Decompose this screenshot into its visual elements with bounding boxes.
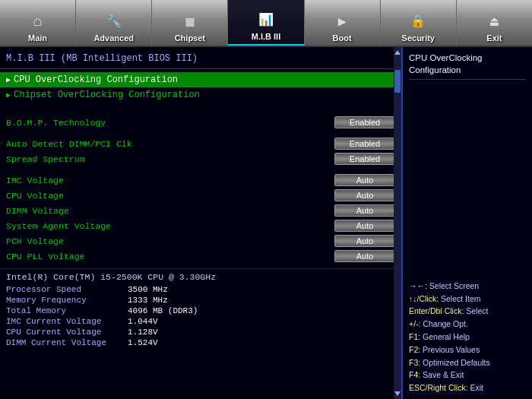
- main-content: M.I.B III (MB Intelligent BIOS III) ▶ CP…: [0, 47, 532, 399]
- help-key-esc: ESC/Right Click: Exit: [409, 382, 526, 394]
- right-panel: CPU OverClockingConfiguration →←: Select…: [403, 47, 532, 399]
- nav-boot[interactable]: Boot: [305, 0, 381, 46]
- info-total-memory-label: Total Memory: [6, 306, 128, 315]
- info-processor-speed-value: 3500 MHz: [128, 285, 168, 294]
- help-title: CPU OverClockingConfiguration: [409, 52, 526, 80]
- info-dimm-current-label: DIMM Current Voltage: [6, 338, 128, 347]
- menu-item-chipset-oc-label: Chipset OverClocking Configuration: [14, 90, 200, 100]
- chip-icon: [179, 11, 201, 32]
- nav-main-label: Main: [28, 33, 47, 43]
- nav-chipset-label: Chipset: [175, 33, 205, 43]
- help-key-f1: F1: General Help: [409, 331, 526, 344]
- nav-mib3-label: M.I.B III: [252, 32, 281, 41]
- nav-security[interactable]: Security: [381, 0, 457, 46]
- menu-item-cpu-oc[interactable]: ▶ CPU OverClocking Configuration: [0, 72, 401, 87]
- setting-dimm-voltage-label: DIMM Voltage: [6, 206, 334, 216]
- menu-item-cpu-oc-label: CPU OverClocking Configuration: [14, 74, 178, 85]
- info-processor-speed-label: Processor Speed: [6, 285, 128, 294]
- setting-dimm-voltage[interactable]: DIMM Voltage Auto: [0, 203, 401, 218]
- info-processor-speed: Processor Speed 3500 MHz: [6, 284, 395, 295]
- setting-spread-label: Spread Spectrum: [6, 154, 334, 164]
- nav-chipset[interactable]: Chipset: [152, 0, 228, 46]
- setting-imc-voltage-value: Auto: [334, 174, 395, 186]
- help-key-select: Enter/Dbl Click: Select: [409, 305, 526, 318]
- info-dimm-current: DIMM Current Voltage 1.524V: [6, 337, 395, 348]
- menu-arrow-1: ▶: [6, 75, 11, 84]
- info-memory-freq: Memory Frequency 1333 MHz: [6, 295, 395, 306]
- setting-cpu-voltage-value: Auto: [334, 189, 395, 201]
- info-memory-freq-value: 1333 MHz: [128, 296, 168, 305]
- house-icon: [27, 11, 49, 32]
- setting-sys-agent-voltage-value: Auto: [334, 220, 395, 232]
- setting-bomp-label: B.O.M.P. Technology: [6, 118, 334, 128]
- setting-sys-agent-voltage[interactable]: System Agent Voltage Auto: [0, 218, 401, 233]
- setting-spread-value: Enabled: [334, 153, 395, 165]
- help-key-f2: F2: Previous Values: [409, 344, 526, 356]
- setting-spread[interactable]: Spread Spectrum Enabled: [0, 151, 401, 166]
- setting-dimm-pci[interactable]: Auto Detect DIMM/PCI Clk Enabled: [0, 136, 401, 151]
- graph-icon: [255, 9, 277, 30]
- top-navigation: Main Advanced Chipset M.I.B III Boot Sec…: [0, 0, 532, 47]
- nav-advanced-label: Advanced: [93, 33, 134, 43]
- info-cpu-current: CPU Current Voltage 1.128V: [6, 327, 395, 337]
- help-key-item: ↑↓/Click: Select Item: [409, 293, 526, 306]
- info-imc-current-label: IMC Current Voltage: [6, 317, 128, 326]
- nav-main[interactable]: Main: [0, 0, 76, 46]
- info-cpu-current-value: 1.128V: [128, 328, 158, 337]
- setting-cpu-voltage[interactable]: CPU Voltage Auto: [0, 188, 401, 203]
- scroll-up-arrow[interactable]: [394, 50, 401, 55]
- setting-dimm-pci-value: Enabled: [334, 138, 395, 150]
- left-panel: M.I.B III (MB Intelligent BIOS III) ▶ CP…: [0, 47, 403, 399]
- settings-area: B.O.M.P. Technology Enabled Auto Detect …: [0, 109, 401, 264]
- setting-cpu-pll-voltage-label: CPU PLL Voltage: [6, 252, 334, 261]
- setting-dimm-pci-label: Auto Detect DIMM/PCI Clk: [6, 139, 334, 149]
- help-key-f4: F4: Save & Exit: [409, 369, 526, 382]
- info-imc-current-value: 1.044V: [128, 317, 158, 326]
- info-memory-freq-label: Memory Frequency: [6, 296, 128, 305]
- help-key-change: +/-: Change Opt.: [409, 318, 526, 331]
- boot-icon: [331, 11, 353, 32]
- setting-imc-voltage-label: IMC Voltage: [6, 176, 334, 185]
- menu-item-chipset-oc[interactable]: ▶ Chipset OverClocking Configuration: [0, 87, 401, 103]
- info-section: Intel(R) Core(TM) i5-2500K CPU @ 3.30GHz…: [0, 268, 401, 348]
- setting-bomp-value: Enabled: [334, 116, 395, 128]
- help-key-f3: F3: Optimized Defaults: [409, 356, 526, 369]
- setting-sys-agent-voltage-label: System Agent Voltage: [6, 221, 334, 231]
- nav-exit-label: Exit: [486, 33, 502, 43]
- menu-arrow-2: ▶: [6, 90, 11, 100]
- setting-pch-voltage-label: PCH Voltage: [6, 236, 334, 246]
- setting-cpu-pll-voltage[interactable]: CPU PLL Voltage Auto: [0, 249, 401, 264]
- setting-pch-voltage-value: Auto: [334, 235, 395, 247]
- nav-mib3[interactable]: M.I.B III: [228, 0, 304, 46]
- info-dimm-current-value: 1.524V: [128, 338, 158, 347]
- nav-boot-label: Boot: [333, 33, 352, 43]
- help-keys: →←: Select Screen ↑↓/Click: Select Item …: [409, 280, 526, 394]
- page-title: M.I.B III (MB Intelligent BIOS III): [0, 52, 401, 69]
- lock-icon: [407, 11, 429, 32]
- scrollbar[interactable]: [394, 47, 401, 399]
- scrollbar-thumb[interactable]: [394, 70, 401, 93]
- info-imc-current: IMC Current Voltage 1.044V: [6, 316, 395, 327]
- setting-pch-voltage[interactable]: PCH Voltage Auto: [0, 233, 401, 249]
- setting-imc-voltage[interactable]: IMC Voltage Auto: [0, 173, 401, 188]
- scroll-down-arrow[interactable]: [394, 391, 401, 396]
- nav-security-label: Security: [402, 33, 435, 43]
- info-cpu-current-label: CPU Current Voltage: [6, 328, 128, 337]
- setting-cpu-voltage-label: CPU Voltage: [6, 191, 334, 201]
- menu-section: ▶ CPU OverClocking Configuration ▶ Chips…: [0, 72, 401, 103]
- cpu-name: Intel(R) Core(TM) i5-2500K CPU @ 3.30GHz: [6, 272, 395, 282]
- info-total-memory-value: 4096 MB (DDR3): [128, 306, 198, 315]
- setting-bomp[interactable]: B.O.M.P. Technology Enabled: [0, 115, 401, 130]
- setting-dimm-voltage-value: Auto: [334, 204, 395, 217]
- setting-cpu-pll-voltage-value: Auto: [334, 250, 395, 262]
- exit-icon: [483, 11, 505, 32]
- help-key-screen: →←: Select Screen: [409, 280, 526, 293]
- wrench-icon: [103, 11, 125, 32]
- info-total-memory: Total Memory 4096 MB (DDR3): [6, 306, 395, 316]
- nav-exit[interactable]: Exit: [457, 0, 532, 46]
- nav-advanced[interactable]: Advanced: [76, 0, 152, 46]
